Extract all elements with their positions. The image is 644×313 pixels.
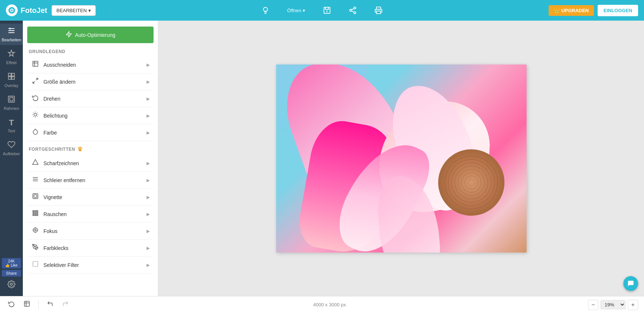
menu-item-drehen[interactable]: Drehen ▶ — [27, 90, 154, 107]
svg-marker-29 — [33, 160, 38, 165]
vignette-icon — [31, 193, 40, 201]
svg-point-44 — [33, 228, 38, 232]
menu-item-fokus[interactable]: Fokus ▶ — [27, 223, 154, 240]
fb-like-box[interactable]: 24K 👍 Like — [2, 258, 21, 268]
canvas-area — [158, 21, 644, 296]
sidebar-bottom: 24K 👍 Like Share — [0, 258, 23, 296]
fokus-arrow: ▶ — [147, 229, 150, 234]
bearbeiten-button[interactable]: BEARBEITEN ▾ — [52, 5, 95, 16]
chat-button[interactable] — [623, 276, 638, 291]
svg-point-20 — [34, 113, 37, 116]
flower-center — [438, 149, 504, 216]
share-button[interactable] — [346, 5, 360, 16]
svg-rect-33 — [33, 194, 38, 199]
scharfzeichnen-arrow: ▶ — [147, 161, 150, 166]
idea-button[interactable] — [258, 5, 272, 16]
scharfzeichnen-icon — [31, 159, 40, 167]
settings-icon[interactable] — [5, 278, 18, 292]
sidebar-label-bearbeiten: Bearbeiten — [1, 38, 21, 42]
upgrade-button[interactable]: 👑 UPGRADEN — [549, 5, 594, 16]
sidebar-item-bearbeiten[interactable]: Bearbeiten — [0, 24, 23, 45]
print-button[interactable] — [372, 5, 386, 16]
menu-item-belichtung[interactable]: Belichtung ▶ — [27, 107, 154, 124]
menu-item-rauschen[interactable]: Rauschen ▶ — [27, 206, 154, 223]
logo-icon — [6, 4, 18, 16]
menu-item-schleier[interactable]: Schleier entfernen ▶ — [27, 172, 154, 189]
svg-rect-38 — [33, 213, 34, 214]
sidebar-label-overlay: Overlay — [4, 83, 18, 88]
svg-rect-9 — [12, 73, 14, 76]
undo-button[interactable] — [45, 299, 56, 310]
scharfzeichnen-label: Scharfzeichnen — [43, 160, 143, 166]
bottombar: 4000 x 3000 px − 19% 25% 50% 75% 100% + — [0, 296, 644, 313]
svg-rect-35 — [33, 211, 34, 212]
topbar-right: 👑 UPGRADEN EINLOGGEN — [549, 5, 638, 16]
svg-line-23 — [33, 112, 34, 113]
image-size-label: 4000 x 3000 px — [75, 302, 584, 307]
menu-item-grosse[interactable]: Größe ändern ▶ — [27, 73, 154, 90]
farbe-arrow: ▶ — [147, 130, 150, 135]
overlay-icon — [7, 72, 15, 82]
text-icon: T — [9, 118, 14, 128]
sidebar-item-overlay[interactable]: Overlay — [0, 69, 23, 91]
vignette-label: Vignette — [43, 194, 143, 200]
rotate-reset-button[interactable] — [6, 299, 17, 310]
save-button[interactable] — [320, 5, 334, 16]
menu-item-scharfzeichnen[interactable]: Scharfzeichnen ▶ — [27, 155, 154, 172]
svg-point-6 — [354, 12, 356, 14]
menu-item-ausschneiden[interactable]: Ausschneiden ▶ — [27, 56, 154, 73]
schleier-icon — [31, 176, 40, 184]
svg-rect-15 — [33, 61, 38, 66]
svg-rect-10 — [8, 77, 11, 79]
vignette-arrow: ▶ — [147, 195, 150, 200]
svg-rect-51 — [33, 261, 38, 267]
svg-rect-41 — [33, 215, 34, 216]
rauschen-icon — [31, 210, 40, 218]
logo: FotoJet — [6, 4, 47, 16]
topbar-center: Öffnen ▾ — [100, 5, 544, 16]
farbe-icon — [31, 128, 40, 137]
svg-line-24 — [37, 116, 38, 117]
svg-point-45 — [35, 229, 36, 231]
fb-share-button[interactable]: Share — [2, 270, 21, 277]
svg-rect-37 — [37, 211, 38, 212]
svg-rect-36 — [35, 211, 36, 212]
svg-rect-7 — [377, 11, 381, 14]
ausschneiden-label: Ausschneiden — [43, 62, 143, 68]
sidebar-item-text[interactable]: T Text — [0, 115, 23, 136]
svg-line-19 — [33, 81, 35, 83]
selektiver-label: Selektiver Filter — [43, 262, 143, 268]
farbe-label: Farbe — [43, 130, 143, 136]
login-button[interactable]: EINLOGGEN — [598, 5, 638, 16]
sidebar-label-effekt: Effekt — [6, 60, 17, 65]
redo-button[interactable] — [60, 299, 71, 310]
canvas-image[interactable] — [276, 65, 527, 253]
zoom-select[interactable]: 19% 25% 50% 75% 100% — [601, 300, 626, 309]
menu-item-farbe[interactable]: Farbe ▶ — [27, 124, 154, 141]
farbklecks-icon — [31, 244, 40, 252]
sidebar-item-effekt[interactable]: Effekt — [0, 46, 23, 68]
zoom-out-button[interactable]: − — [588, 300, 598, 310]
menu-item-farbklecks[interactable]: Farbklecks ▶ — [27, 240, 154, 257]
ratio-button[interactable] — [21, 299, 32, 310]
drehen-label: Drehen — [43, 96, 143, 102]
fokus-icon — [31, 227, 40, 235]
auto-optimization-button[interactable]: Auto-Optimierung — [27, 27, 154, 43]
topbar: FotoJet BEARBEITEN ▾ Öffnen ▾ 👑 UPGRADEN… — [0, 0, 644, 21]
fokus-label: Fokus — [43, 228, 143, 234]
menu-item-selektiver[interactable]: Selektiver Filter ▶ — [27, 257, 154, 274]
drehen-arrow: ▶ — [147, 96, 150, 101]
schleier-label: Schleier entfernen — [43, 177, 143, 183]
offnen-button[interactable]: Öffnen ▾ — [284, 6, 309, 15]
menu-item-vignette[interactable]: Vignette ▶ — [27, 189, 154, 206]
svg-rect-12 — [8, 96, 15, 102]
rauschen-label: Rauschen — [43, 211, 143, 217]
svg-point-50 — [35, 246, 36, 247]
sidebar-item-rahmen[interactable]: Rahmen — [0, 92, 23, 114]
zoom-in-button[interactable]: + — [628, 300, 638, 310]
fb-like-label: 👍 Like — [4, 263, 19, 267]
left-sidebar: Bearbeiten Effekt Overlay Rahmen T Text — [0, 21, 23, 296]
belichtung-icon — [31, 111, 40, 120]
sidebar-item-aufkleber[interactable]: Aufkleber — [0, 138, 23, 159]
svg-rect-8 — [8, 73, 11, 76]
